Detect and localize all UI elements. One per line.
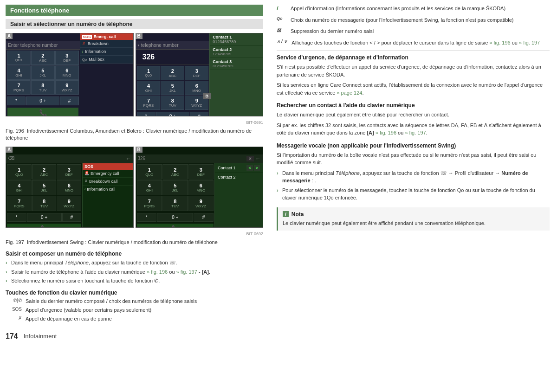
nota-box: i Nota Le clavier numérique peut égaleme…: [277, 207, 550, 231]
contact-3[interactable]: Contact 3 0123456789: [210, 58, 263, 70]
info-text-qo: Choix du numéro de messagerie (pour l'In…: [291, 16, 550, 24]
right-panel: i Appel d'information (Informations conc…: [269, 0, 557, 392]
key-5[interactable]: 5JKL: [31, 65, 55, 80]
func-desc-sos: Appel d'urgence (valable pour certains p…: [26, 307, 151, 314]
func-row-3: ✗ Appel de dépannage en cas de panne: [6, 315, 263, 322]
swing-key-b-6[interactable]: 6MNO: [188, 180, 214, 195]
section1-title: Saisir et composer un numéro de téléphon…: [6, 251, 263, 257]
key-b-hash[interactable]: #: [190, 112, 208, 116]
key-2[interactable]: 2ABC: [31, 51, 55, 65]
key-6[interactable]: 6MNO: [55, 65, 79, 80]
swing-key-6[interactable]: 6MNO: [57, 180, 81, 195]
swing-key-b-4[interactable]: 4GHI: [137, 180, 162, 195]
contact-p2: Si par ex. les chiffres 32 sont saisis, …: [277, 122, 550, 137]
swing-contact-2-b[interactable]: Contact 2: [215, 173, 263, 181]
swing-emergency[interactable]: 🚨Emergency call: [83, 170, 133, 178]
info-icon-arrows: ∧ / ∨: [277, 39, 287, 44]
swing-key-5[interactable]: 5JKL: [32, 180, 57, 195]
sos-information[interactable]: i Information: [80, 48, 133, 56]
swing-call-btn-b[interactable]: 📞: [137, 224, 214, 228]
screen-b-label: B: [136, 33, 142, 39]
key-b-2[interactable]: 2ABC: [161, 66, 184, 80]
section2-title: Touches de fonction du clavier numérique: [6, 289, 263, 296]
swing-delete-b[interactable]: ✕: [246, 156, 254, 161]
swing-key-1[interactable]: 1QLO: [7, 164, 32, 180]
key-1[interactable]: 1QLO: [7, 51, 31, 65]
info-row-qo: Qo Choix du numéro de messagerie (pour l…: [277, 16, 550, 24]
info-row-arrows: ∧ / ∨ Affichage des touches de fonction …: [277, 39, 550, 47]
key-star[interactable]: *: [7, 96, 26, 105]
nav-next[interactable]: >: [254, 165, 260, 171]
contact-2[interactable]: Contact 2 123456789: [210, 46, 263, 58]
func-desc-1: Saisie du dernier numéro composé / choix…: [26, 298, 197, 305]
fig197-screen-b: B 326 ✕ ← 1QLO 2ABC 3DEF 4GHI 5JK: [136, 147, 264, 228]
key-b-4[interactable]: 4GHI: [137, 81, 161, 95]
swing-call-btn-a[interactable]: 📞: [7, 224, 81, 228]
divider-1: [277, 50, 550, 51]
swing-key-2[interactable]: 2ABC: [32, 164, 57, 180]
swing-information[interactable]: iInformation call: [83, 186, 133, 193]
contact-1[interactable]: Contact 1 0123456789: [210, 33, 263, 46]
swing-key-7[interactable]: 7PQRS: [7, 196, 32, 211]
key-3[interactable]: 3DEF: [55, 51, 79, 65]
key-b-5[interactable]: 5JKL: [161, 81, 184, 95]
swing-star[interactable]: *: [7, 213, 26, 222]
swing-b-hash[interactable]: #: [194, 213, 214, 222]
call-btn-a[interactable]: 📞: [7, 108, 78, 116]
section-urgence: Service d'urgence, de dépannage et d'inf…: [277, 54, 550, 96]
urgence-p1: S'il n'est pas possible d'effectuer un a…: [277, 63, 550, 78]
swing-breakdown[interactable]: ✗Breakdown call: [83, 178, 133, 186]
info-text-delete: Suppression du dernier numéro saisi: [291, 27, 550, 35]
section-header: Fonctions téléphone: [6, 5, 263, 16]
nav-prev[interactable]: <: [246, 165, 253, 171]
sos-mailbox[interactable]: Qo Mail box: [80, 56, 133, 64]
swing-key-b-1[interactable]: 1QLO: [137, 164, 162, 180]
swing-key-b-9[interactable]: 9WXYZ: [188, 196, 214, 211]
key-8[interactable]: 8TUV: [31, 80, 55, 95]
swing-hash[interactable]: #: [62, 213, 82, 222]
swing-key-b-3[interactable]: 3DEF: [188, 164, 214, 180]
fig196-screen-b: B › telephone number ← 326 ⌫: [136, 33, 264, 116]
key-hash[interactable]: #: [60, 96, 78, 105]
key-zero[interactable]: 0 +: [26, 96, 59, 105]
swing-b-top: 326 ✕ ←: [136, 154, 263, 163]
body-section-2: Touches de fonction du clavier numérique…: [6, 289, 263, 323]
swing-key-b-8[interactable]: 8TUV: [162, 196, 188, 211]
swing-key-b-5[interactable]: 5JKL: [162, 180, 188, 195]
swing-key-9[interactable]: 9WXYZ: [57, 196, 81, 211]
key-b-3[interactable]: 3DEF: [185, 66, 208, 80]
swing-back-a[interactable]: ←: [126, 155, 131, 162]
info-text-i: Appel d'information (Informations concer…: [291, 5, 550, 13]
fig197-screen-a: A ⌫ ← 1QLO 2ABC 3DEF 4GHI 5JKL: [6, 147, 134, 228]
left-panel: Fonctions téléphone Saisir et sélectionn…: [0, 0, 269, 392]
swing-key-b-7[interactable]: 7PQRS: [137, 196, 162, 211]
screen-b-placeholder: telephone number: [141, 43, 179, 48]
screen-197b-label: B: [136, 147, 142, 153]
func-row-1: ✆|✆ Saisie du dernier numéro composé / c…: [6, 298, 263, 305]
swing-contact-1-b[interactable]: Contact 1 < >: [215, 163, 263, 173]
swing-zero[interactable]: 0 +: [27, 213, 62, 222]
messagerie-title: Messagerie vocale (non applicable pour l…: [277, 142, 550, 149]
key-b-1[interactable]: 1QLO: [137, 66, 161, 80]
key-4[interactable]: 4GHI: [7, 65, 31, 80]
key-b-8[interactable]: 8TUV: [161, 96, 184, 110]
key-b-7[interactable]: 7PQRS: [137, 96, 161, 110]
key-b-star[interactable]: *: [137, 112, 155, 116]
nota-icon: i: [283, 211, 289, 217]
swing-key-4[interactable]: 4GHI: [7, 180, 32, 195]
swing-key-b-2[interactable]: 2ABC: [162, 164, 188, 180]
swing-key-3[interactable]: 3DEF: [57, 164, 81, 180]
fig197-screens: A ⌫ ← 1QLO 2ABC 3DEF 4GHI 5JKL: [6, 147, 263, 228]
body-section-1: Saisir et composer un numéro de téléphon…: [6, 251, 263, 285]
key-9[interactable]: 9WXYZ: [55, 80, 79, 95]
swing-back-b[interactable]: ←: [255, 155, 261, 162]
sos-breakdown[interactable]: ✗ Breakdown: [80, 40, 133, 48]
swing-b-zero[interactable]: 0 +: [157, 213, 193, 222]
key-b-zero[interactable]: 0 +: [156, 112, 189, 116]
fig196-screens: A Enter telephone number ← 1QLO 2ABC 3DE…: [6, 33, 263, 116]
swing-b-star[interactable]: *: [137, 213, 157, 222]
fig196-bit: BIT-0691: [6, 120, 263, 125]
swing-key-8[interactable]: 8TUV: [32, 196, 57, 211]
key-7[interactable]: 7PQRS: [7, 80, 31, 95]
info-text-arrows: Affichage des touches de fonction < / > …: [291, 39, 550, 47]
